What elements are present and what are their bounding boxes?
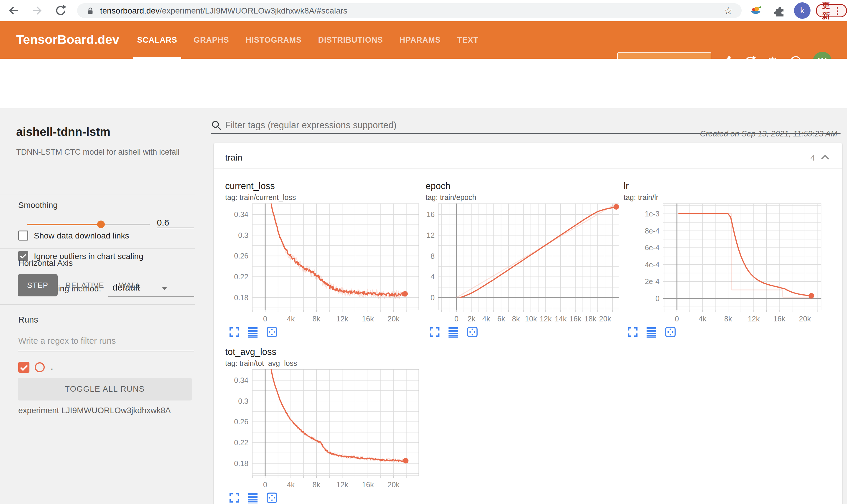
url-path: /experiment/LJI9MWUORLOw3jkdhxwk8A/#scal… — [159, 6, 347, 15]
y-tick-label: 16 — [425, 210, 435, 219]
reload-icon[interactable] — [54, 4, 67, 17]
smoothing-slider-knob[interactable] — [97, 220, 105, 228]
chart-tot_avg_loss: tot_avg_losstag: train/tot_avg_loss0.340… — [225, 345, 422, 504]
fullscreen-icon[interactable] — [429, 326, 440, 338]
settings-sidebar: Show data download links Ignore outliers… — [0, 108, 203, 504]
show-download-links-label: Show data download links — [34, 231, 129, 240]
browser-menu-icon[interactable]: ⋮ — [833, 5, 842, 16]
bookmark-icon[interactable]: ☆ — [724, 5, 733, 16]
experiment-info-bar: aishell-tdnn-lstm TDNN-LSTM CTC model fo… — [0, 59, 847, 108]
y-tick-label: 0 — [623, 294, 659, 303]
lock-icon — [86, 6, 95, 15]
back-icon[interactable] — [7, 4, 20, 17]
axis-step-button[interactable]: STEP — [18, 274, 58, 296]
fruit-bowl-extension-icon[interactable] — [750, 5, 762, 16]
train-group-card: train 4 current_losstag: train/current_l… — [214, 143, 842, 504]
fullscreen-icon[interactable] — [229, 492, 240, 503]
tab-hparams[interactable]: HPARAMS — [395, 21, 445, 59]
chart-toolbar — [229, 326, 278, 338]
chart-tag: tag: train/current_loss — [225, 193, 296, 202]
profile-initial: k — [800, 6, 804, 15]
log-scale-icon[interactable] — [448, 326, 459, 338]
log-scale-icon[interactable] — [247, 492, 259, 503]
browser-profile-avatar[interactable]: k — [794, 2, 811, 19]
toggle-all-runs-button[interactable]: TOGGLE ALL RUNS — [18, 378, 192, 400]
run-color-swatch — [35, 362, 45, 372]
fit-domain-icon[interactable] — [266, 492, 278, 503]
fit-domain-icon[interactable] — [467, 326, 478, 338]
plot-area[interactable] — [663, 203, 822, 312]
axis-wall-button[interactable]: WALL — [117, 274, 143, 296]
y-tick-label: 12 — [425, 231, 435, 240]
y-tick-label: 0 — [425, 293, 435, 302]
tab-scalars[interactable]: SCALARS — [133, 21, 181, 59]
plot-area[interactable] — [252, 369, 419, 478]
forward-icon[interactable] — [31, 4, 44, 17]
y-tick-label: 0.18 — [225, 459, 248, 468]
x-tick-label: 20k — [593, 314, 617, 323]
sidebar-divider — [0, 194, 195, 194]
x-tick-label: 4k — [279, 481, 302, 489]
chart-plot-current_loss[interactable] — [252, 203, 419, 312]
fullscreen-icon[interactable] — [229, 326, 240, 338]
x-tick-label: 12k — [742, 314, 765, 323]
y-tick-label: 0.26 — [225, 251, 248, 260]
fullscreen-icon[interactable] — [627, 326, 638, 338]
axis-relative-button[interactable]: RELATIVE — [64, 274, 105, 296]
log-scale-icon[interactable] — [646, 326, 657, 338]
chart-lr: lrtag: train/lr1e-38e-46e-44e-42e-4004k8… — [623, 180, 821, 345]
y-tick-label: 0.22 — [225, 438, 248, 447]
chart-tag: tag: train/tot_avg_loss — [225, 359, 297, 367]
fit-domain-icon[interactable] — [266, 326, 278, 338]
chart-toolbar — [429, 326, 478, 338]
address-bar[interactable]: tensorboard.dev/experiment/LJI9MWUORLOw3… — [77, 3, 742, 18]
collapse-chevron-icon[interactable] — [820, 153, 830, 161]
x-tick-label: 0 — [254, 481, 277, 489]
y-tick-label: 8 — [425, 252, 435, 260]
chart-plot-lr[interactable] — [663, 203, 822, 312]
chart-tag: tag: train/lr — [624, 193, 658, 202]
smoothing-slider[interactable] — [28, 224, 150, 225]
nav-tabs: SCALARSGRAPHSHISTOGRAMSDISTRIBUTIONSHPAR… — [133, 21, 491, 59]
plot-area[interactable] — [252, 203, 419, 312]
x-tick-label: 20k — [382, 481, 405, 489]
run-checkbox[interactable] — [18, 362, 30, 373]
run-name: . — [51, 361, 53, 372]
chevron-down-icon[interactable] — [161, 286, 168, 290]
x-tick-label: 8k — [716, 314, 740, 323]
card-divider — [214, 168, 842, 169]
extensions-puzzle-icon[interactable] — [774, 5, 786, 16]
x-tick-label: 0 — [665, 314, 689, 323]
x-tick-label: 16k — [767, 314, 791, 323]
experiment-run-label: experiment LJI9MWUORLOw3jkdhxwk8A — [18, 406, 171, 415]
y-tick-label: 6e-4 — [623, 243, 659, 252]
smoothing-value-input[interactable] — [157, 218, 194, 228]
filter-tags-input[interactable] — [225, 120, 828, 130]
chart-plot-tot_avg_loss[interactable] — [252, 369, 419, 478]
x-tick-label: 16k — [356, 481, 380, 489]
browser-update-button[interactable]: 更新 ⋮ — [816, 4, 847, 17]
smoothing-slider-fill — [28, 224, 101, 225]
tab-text[interactable]: TEXT — [453, 21, 482, 59]
chart-title: epoch — [426, 181, 450, 192]
tab-histograms[interactable]: HISTOGRAMS — [241, 21, 306, 59]
url-text: tensorboard.dev/experiment/LJI9MWUORLOw3… — [100, 6, 347, 16]
chart-tag: tag: train/epoch — [426, 193, 476, 202]
tab-graphs[interactable]: GRAPHS — [190, 21, 233, 59]
runs-filter-input[interactable] — [18, 336, 189, 346]
y-tick-label: 4 — [425, 272, 435, 281]
y-tick-label: 4e-4 — [623, 260, 659, 269]
log-scale-icon[interactable] — [247, 326, 259, 338]
fit-domain-icon[interactable] — [665, 326, 676, 338]
plot-area[interactable] — [438, 203, 619, 312]
x-tick-label: 20k — [793, 314, 817, 323]
x-tick-label: 8k — [305, 314, 328, 323]
brand-logo[interactable]: TensorBoard.dev — [16, 32, 119, 47]
chart-plot-epoch[interactable] — [438, 203, 619, 312]
chart-title: lr — [624, 181, 629, 192]
tab-distributions[interactable]: DISTRIBUTIONS — [314, 21, 387, 59]
y-tick-label: 1e-3 — [623, 209, 659, 218]
browser-toolbar: tensorboard.dev/experiment/LJI9MWUORLOw3… — [0, 0, 847, 21]
show-download-links-checkbox[interactable] — [18, 231, 28, 240]
horizontal-axis-label: Horizontal Axis — [18, 258, 73, 268]
